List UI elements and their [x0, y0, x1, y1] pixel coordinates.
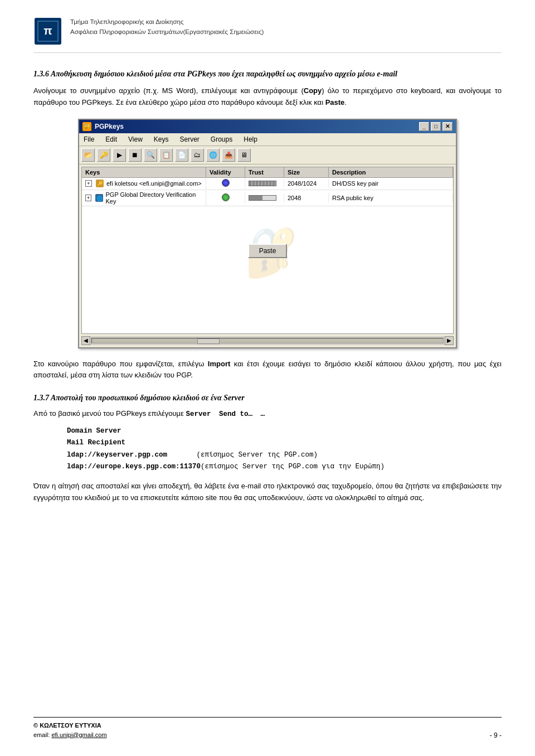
maximize-button[interactable]: □ — [431, 122, 441, 131]
size-2: 2048 — [284, 193, 329, 202]
footer-page-number: - 9 - — [490, 731, 502, 739]
pgp-titlebar: 🔐 PGPkeys _ □ ✕ — [79, 120, 456, 133]
trust-1 — [245, 180, 284, 187]
svg-text:π: π — [43, 25, 52, 37]
ellipsis-bold: … — [260, 410, 265, 418]
institution-line1: Τμήμα Τηλεπληροφορικής και Διοίκησης — [70, 17, 264, 27]
pgp-menubar: File Edit View Keys Server Groups Help — [79, 133, 456, 146]
domain-server-label: Domain Server — [67, 427, 121, 435]
pgp-table-header: Keys Validity Trust Size Description — [82, 167, 453, 178]
option-ldap2: ldap://europe.keys.pgp.com:11370(επίσημο… — [67, 461, 502, 473]
pgp-table-content: Keys Validity Trust Size Description + 🔑 — [81, 167, 454, 334]
key-pair-icon: 🔑 — [95, 179, 104, 188]
section-137-para2: Όταν η αίτησή σας αποσταλεί και γίνει απ… — [33, 481, 502, 504]
toolbar-btn-7[interactable]: 📄 — [175, 148, 188, 162]
toolbar-btn-9[interactable]: 🌐 — [206, 148, 220, 162]
section-136: 1.3.6 Αποθήκευση δημόσιου κλειδιού μέσα … — [33, 70, 502, 381]
global-dir-icon: 🌐 — [95, 193, 103, 202]
sendto-bold: Send to… — [219, 410, 252, 418]
svg-text:🔑: 🔑 — [97, 181, 104, 187]
option-domain-server: Domain Server — [67, 425, 502, 437]
validity-icon-full — [222, 179, 230, 187]
page: π Τμήμα Τηλεπληροφορικής και Διοίκησης Α… — [0, 0, 535, 756]
pgpkeys-window: 🔐 PGPkeys _ □ ✕ File Edit View Keys Serv… — [78, 119, 457, 348]
toolbar-btn-11[interactable]: 🖥 — [237, 148, 251, 162]
col-trust: Trust — [245, 167, 284, 177]
table-row[interactable]: + 🌐 PGP Global Directory Verification Ke… — [82, 190, 453, 206]
size-1: 2048/1024 — [284, 179, 329, 188]
toolbar-btn-5[interactable]: 🔍 — [144, 148, 157, 162]
col-size: Size — [284, 167, 329, 177]
menu-file[interactable]: File — [81, 134, 96, 144]
menu-edit[interactable]: Edit — [103, 134, 119, 144]
pgp-app-icon: 🔐 — [82, 122, 91, 131]
copy-bold: Copy — [304, 86, 322, 95]
paste-button[interactable]: Paste — [248, 244, 288, 258]
email-label: email: — [33, 731, 50, 738]
section-137-para1: Από το βασικό μενού του PGPkeys επιλέγου… — [33, 408, 502, 420]
close-button[interactable]: ✕ — [442, 122, 453, 131]
section-136-para1: Ανοίγουμε το συνημμένο αρχείο (π.χ. MS W… — [33, 85, 502, 109]
menu-view[interactable]: View — [126, 134, 145, 144]
header-text: Τμήμα Τηλεπληροφορικής και Διοίκησης Ασφ… — [70, 17, 264, 37]
scroll-left-arrow[interactable]: ◀ — [81, 336, 90, 345]
expand-icon-1[interactable]: + — [85, 180, 92, 187]
option-ldap1: ldap://keyserver.pgp.com (επίσημος Serve… — [67, 449, 502, 461]
page-footer: © ΚΩΛΕΤΣΟΥ ΕΥΤΥΧΙΑ email: efi.unipi@gmai… — [33, 717, 502, 739]
section-137: 1.3.7 Αποστολή του προσωπικού δημόσιου κ… — [33, 394, 502, 504]
pgp-paste-area: 🔐 Paste — [82, 206, 453, 295]
trust-bar-striped — [249, 181, 276, 186]
key-name-2: PGP Global Directory Verification Key — [106, 191, 202, 205]
col-validity: Validity — [206, 167, 245, 177]
pgp-toolbar: 📂 🔑 ▶ ⏹ 🔍 📋 📄 🗂 🌐 📤 🖥 — [79, 146, 456, 164]
option-mail-recipient: Mail Recipient — [67, 437, 502, 449]
paste-bold: Paste — [325, 98, 345, 106]
trust-bar-half — [249, 195, 276, 201]
ldap2-label: ldap://europe.keys.pgp.com:11370 — [67, 463, 201, 471]
import-bold: Import — [208, 360, 230, 368]
toolbar-btn-6[interactable]: 📋 — [159, 148, 173, 162]
scroll-right-arrow[interactable]: ▶ — [445, 336, 454, 345]
desc-1: DH/DSS key pair — [329, 179, 453, 188]
menu-keys[interactable]: Keys — [152, 134, 171, 144]
validity-2 — [206, 192, 245, 203]
menu-help[interactable]: Help — [241, 134, 260, 144]
key-entry-2: + 🌐 PGP Global Directory Verification Ke… — [82, 190, 206, 206]
toolbar-btn-3[interactable]: ▶ — [113, 148, 126, 162]
scroll-thumb[interactable] — [197, 338, 220, 344]
expand-icon-2[interactable]: + — [85, 195, 91, 201]
footer-copyright: © ΚΩΛΕΤΣΟΥ ΕΥΤΥΧΙΑ — [33, 721, 107, 730]
toolbar-btn-2[interactable]: 🔑 — [97, 148, 110, 162]
section-137-title: 1.3.7 Αποστολή του προσωπικού δημόσιου κ… — [33, 394, 502, 403]
pgp-scrollbar-h[interactable]: ◀ ▶ — [81, 336, 454, 345]
minimize-button[interactable]: _ — [419, 122, 429, 131]
toolbar-btn-4[interactable]: ⏹ — [128, 148, 142, 162]
copyright-text: © ΚΩΛΕΤΣΟΥ ΕΥΤΥΧΙΑ — [33, 722, 101, 729]
col-keys: Keys — [82, 167, 206, 177]
institution-logo: π — [33, 17, 62, 46]
page-header: π Τμήμα Τηλεπληροφορικής και Διοίκησης Α… — [33, 17, 502, 53]
desc-2: RSA public key — [329, 193, 453, 202]
key-entry-content-2: + 🌐 PGP Global Directory Verification Ke… — [85, 191, 202, 205]
table-row[interactable]: + 🔑 efi koletsou <efi.unipi@gmail.com> — [82, 178, 453, 190]
toolbar-btn-10[interactable]: 📤 — [222, 148, 235, 162]
menu-groups[interactable]: Groups — [208, 134, 235, 144]
toolbar-btn-8[interactable]: 🗂 — [191, 148, 204, 162]
section-136-title: 1.3.6 Αποθήκευση δημόσιου κλειδιού μέσα … — [33, 70, 502, 79]
svg-text:🌐: 🌐 — [96, 195, 103, 202]
institution-line2: Ασφάλεια Πληροφοριακών Συστημάτων(Εργαστ… — [70, 27, 264, 37]
validity-icon-green — [222, 193, 230, 201]
toolbar-btn-1[interactable]: 📂 — [81, 148, 95, 162]
footer-email: email: efi.unipi@gmail.com — [33, 730, 107, 740]
trust-2 — [245, 194, 284, 202]
pgp-win-buttons[interactable]: _ □ ✕ — [419, 122, 453, 131]
col-description: Description — [329, 167, 453, 177]
key-name-1: efi koletsou <efi.unipi@gmail.com> — [106, 180, 202, 187]
pgp-title-left: 🔐 PGPkeys — [82, 122, 124, 131]
menu-server[interactable]: Server — [178, 134, 202, 144]
validity-1 — [206, 178, 245, 189]
scroll-track[interactable] — [91, 338, 444, 343]
server-options: Domain Server Mail Recipient ldap://keys… — [67, 425, 502, 473]
after-paste-text: Στο καινούριο παράθυρο που εμφανίζεται, … — [33, 358, 502, 382]
key-entry-content-1: + 🔑 efi koletsou <efi.unipi@gmail.com> — [85, 179, 202, 188]
